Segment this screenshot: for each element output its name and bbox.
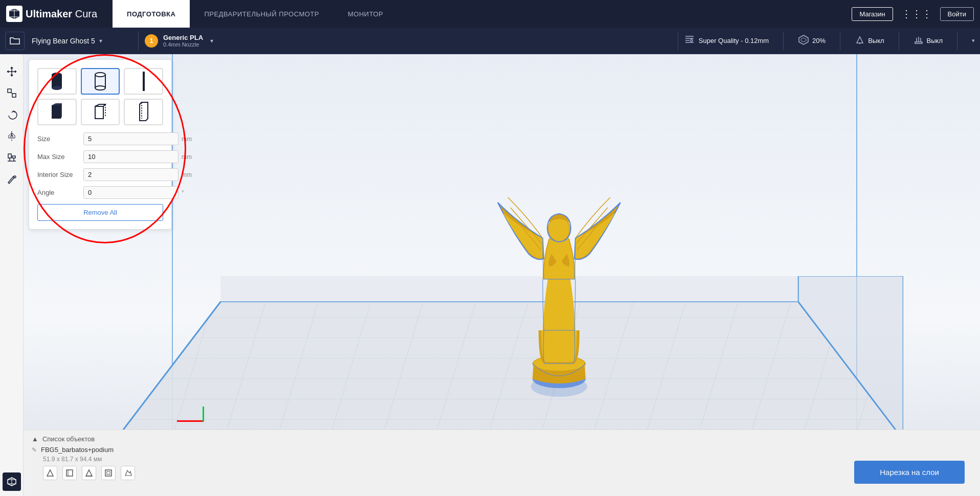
material-name: Generic PLA [163,34,203,41]
svg-point-31 [95,73,105,77]
svg-point-58 [549,217,569,241]
separator6 [957,32,957,50]
remove-all-button[interactable]: Remove All [37,204,163,221]
max-size-label: Max Size [37,153,83,161]
shape-cylinder-outline[interactable] [81,68,120,95]
separator2 [678,32,678,50]
size-label: Size [37,135,83,143]
separator3 [783,32,784,50]
infill-selector[interactable]: 20% [798,34,826,47]
interior-size-label: Interior Size [37,171,83,178]
object-action-icons [43,466,972,480]
app-logo: Ultimaker Cura [6,6,97,22]
svg-marker-40 [95,104,105,106]
svg-rect-39 [95,106,103,119]
printer-selector[interactable]: Flying Bear Ghost 5 ▾ [30,31,132,51]
material-nozzle: 0.4mm Nozzle [163,41,203,48]
angle-input[interactable] [83,186,179,199]
toolbar2: Flying Bear Ghost 5 ▾ 1 Generic PLA 0.4m… [0,28,980,54]
nav-tabs: ПОДГОТОВКА ПРЕДВАРИТЕЛЬНЫЙ ПРОСМОТР МОНИ… [113,0,852,28]
svg-marker-6 [799,35,808,44]
object-name: FBG5_barbatos+podium [41,446,114,454]
svg-point-34 [95,86,105,90]
shape-box-filled[interactable] [37,99,77,125]
infill-icon [798,34,809,47]
shape-box-flat[interactable] [124,99,163,125]
obj-icon-4[interactable] [101,466,116,480]
svg-rect-13 [8,89,11,93]
interior-size-unit: mm [182,171,192,178]
angle-label: Angle [37,189,83,196]
obj-icon-1[interactable] [43,466,57,480]
sidebar-rotate[interactable] [3,105,21,124]
interior-size-field-row: Interior Size mm [37,168,163,181]
size-input[interactable] [83,132,179,145]
size-field-row: Size mm [37,132,163,145]
svg-rect-20 [12,156,15,158]
svg-rect-63 [105,470,112,476]
main-area: Size mm Max Size mm Interior Size mm Ang… [0,54,980,496]
3d-model[interactable] [487,187,631,404]
max-size-field-row: Max Size mm [37,150,163,163]
left-sidebar [0,54,24,496]
shape-cylinder-filled[interactable] [37,68,77,95]
svg-point-30 [52,86,62,90]
login-button[interactable]: Войти [940,7,974,21]
svg-marker-38 [61,103,62,119]
angle-unit: ° [182,189,184,196]
object-item[interactable]: ✎ FBG5_barbatos+podium [32,446,972,454]
obj-icon-2[interactable] [62,466,77,480]
support-label: Выкл [868,37,884,44]
bottom-bar: ▲ Список объектов ✎ FBG5_barbatos+podium… [24,430,980,496]
adhesion-label: Выкл [927,37,943,44]
object-list-header[interactable]: ▲ Список объектов [32,435,972,443]
max-size-input[interactable] [83,150,179,163]
printer-chevron-icon: ▾ [99,37,102,44]
material-info: Generic PLA 0.4mm Nozzle [163,34,203,48]
x-axis [177,420,203,422]
tab-monitor[interactable]: МОНИТОР [333,0,397,28]
material-chevron-icon: ▾ [210,37,213,44]
sidebar-model[interactable] [3,472,21,491]
obj-icon-5[interactable] [121,466,135,480]
separator1 [138,32,139,50]
svg-marker-7 [801,38,806,42]
tab-preview[interactable]: ПРЕДВАРИТЕЛЬНЫЙ ПРОСМОТР [190,0,333,28]
svg-rect-60 [66,470,73,476]
apps-icon[interactable]: ⋮⋮⋮ [898,6,935,22]
folder-icon [10,36,20,46]
shape-cylinder-flat[interactable] [124,68,163,95]
svg-marker-17 [9,133,12,138]
support-selector[interactable]: Выкл [855,35,884,47]
settings-chevron-icon[interactable]: ▾ [972,37,975,44]
chevron-up-icon: ▲ [32,435,38,443]
tab-prepare[interactable]: ПОДГОТОВКА [113,0,190,28]
toolbar-right: Super Quality - 0.12mm 20% Выкл [684,32,975,50]
adhesion-selector[interactable]: Выкл [914,35,943,47]
printer-name: Flying Bear Ghost 5 [32,37,95,45]
sidebar-move[interactable] [3,62,21,81]
slice-button[interactable]: Нарезка на слои [854,461,965,484]
file-button[interactable] [5,32,25,50]
svg-point-24 [14,176,16,178]
svg-line-15 [11,93,12,94]
object-dimensions: 51.9 x 81.7 x 94.4 мм [43,456,972,463]
support-panel: Size mm Max Size mm Interior Size mm Ang… [29,59,172,230]
svg-rect-19 [8,154,11,158]
material-selector[interactable]: 1 Generic PLA 0.4mm Nozzle ▾ [145,34,672,48]
object-list-label: Список объектов [42,435,95,443]
edit-icon: ✎ [32,446,37,454]
quality-selector[interactable]: Super Quality - 0.12mm [684,34,769,47]
sidebar-support[interactable] [3,148,21,167]
shape-grid [37,68,163,125]
shape-box-outline[interactable] [81,99,120,125]
interior-size-input[interactable] [83,168,179,181]
store-button[interactable]: Магазин [852,7,893,21]
logo-icon [6,6,23,22]
sidebar-paint[interactable] [3,170,21,188]
svg-rect-14 [12,94,16,97]
separator5 [899,32,899,50]
sidebar-mirror[interactable] [3,127,21,145]
obj-icon-3[interactable] [82,466,96,480]
sidebar-scale[interactable] [3,84,21,102]
